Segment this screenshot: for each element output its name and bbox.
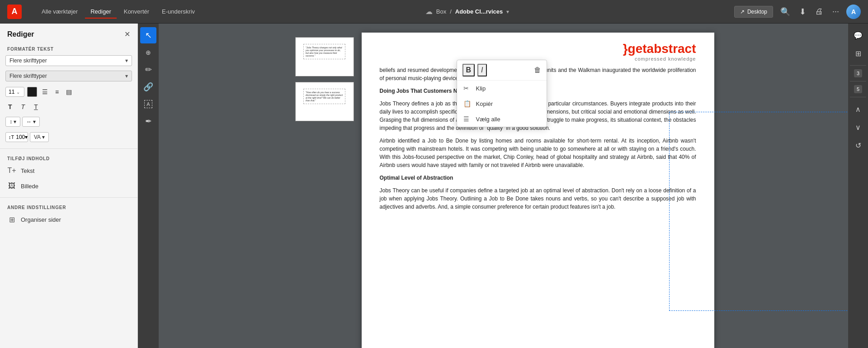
align-right-icon[interactable]: ▤ (64, 87, 74, 97)
context-menu-top: B I 🗑 (457, 60, 547, 81)
font-primary-select[interactable]: Flere skrifttyper ▾ (5, 55, 132, 66)
organize-pages-label: Organiser sider (21, 216, 61, 223)
text-box-tool-button[interactable]: A (140, 96, 156, 112)
text-add-icon: T+ (7, 167, 16, 175)
letter-spacing-select[interactable]: ↔ ▾ (22, 117, 40, 127)
text-style-row: T T T (0, 100, 137, 114)
ctx-italic-button[interactable]: I (477, 64, 486, 76)
align-left-icon[interactable]: ☰ (40, 87, 50, 97)
download-button[interactable]: ⬇ (797, 5, 808, 19)
logo-text: getabstract (628, 42, 696, 56)
kerning-icon: VA (34, 134, 41, 140)
font-size-input[interactable]: 11 ⌄ (5, 87, 24, 97)
topbar-actions: ↗ Desktop 🔍 ⬇ 🖨 ··· A (734, 5, 861, 19)
line-spacing-icon: ↕ (9, 119, 12, 125)
scroll-up-button[interactable]: ∧ (850, 101, 866, 117)
ctx-copy-item[interactable]: 📋 Kopiér (457, 96, 547, 111)
link-tool-button[interactable]: 🔗 (140, 79, 156, 95)
ctx-select-all-item[interactable]: ☰ Vælg alle (457, 111, 547, 127)
getabstract-logo: }getabstract (623, 42, 696, 56)
sidebar-close-button[interactable]: ✕ (124, 30, 130, 38)
add-image-item[interactable]: 🖼 Billede (0, 178, 137, 194)
ctx-cut-item[interactable]: ✂ Klip (457, 81, 547, 96)
nav-alle-vaerktoejer[interactable]: Alle værktøjer (36, 5, 83, 18)
add-image-label: Billede (21, 183, 38, 190)
page-thumbnail-left[interactable]: "Jobs Theory changes not only what you o… (295, 37, 354, 76)
font-secondary-chevron: ▾ (125, 73, 128, 79)
organize-pages-item[interactable]: ⊞ Organiser sider (0, 212, 137, 228)
draw-icon: ✒ (145, 116, 152, 126)
main-layout: Rediger ✕ FORMATÉR TEKST Flere skrifttyp… (0, 24, 868, 348)
logo-subtitle: compressed knowledge (623, 56, 696, 62)
page-number-5[interactable]: 5 (854, 85, 862, 93)
ctx-bold-button[interactable]: B (462, 64, 475, 76)
refresh-icon: ↺ (855, 141, 861, 150)
scroll-down-button[interactable]: ∨ (850, 119, 866, 135)
document-area[interactable]: "Jobs Theory changes not only what you o… (159, 24, 848, 348)
search-button[interactable]: 🔍 (778, 5, 792, 19)
ctx-delete-button[interactable]: 🗑 (534, 66, 541, 74)
logo-brace: } (623, 42, 628, 56)
section1-airbnb: Airbnb identified a Job to Be Done by li… (380, 137, 696, 169)
sidebar-title: Rediger (7, 30, 34, 38)
vertical-toolbar: ↖ ⊕ ✏ 🔗 A ✒ (138, 24, 159, 348)
ctx-select-all-label: Vælg alle (476, 116, 500, 123)
text-color-picker[interactable] (27, 87, 37, 97)
topbar-center: ☁ Box / Adobe Cl...rvices ▾ (211, 7, 723, 16)
document-logo-area: }getabstract compressed knowledge (380, 42, 696, 62)
select-tool-button[interactable]: ↖ (140, 27, 156, 43)
draw-tool-button[interactable]: ✒ (140, 113, 156, 129)
pencil-icon: ✏ (145, 65, 152, 75)
kerning-select[interactable]: VA ▾ (30, 132, 49, 142)
right-mini-toolbar: 💬 ⊞ 3 5 ∧ ∨ ↺ (848, 24, 868, 348)
export-icon: ↗ (740, 9, 745, 15)
topbar: A Alle værktøjer Rediger Konvertér E-und… (0, 0, 868, 24)
refresh-button[interactable]: ↺ (850, 137, 866, 153)
topbar-separator: / (450, 8, 452, 15)
app-logo[interactable]: A (7, 5, 22, 19)
cloud-icon: ☁ (425, 7, 433, 16)
quote2-thumb: "How often do you hear a success dismiss… (306, 91, 343, 102)
italic-button[interactable]: T (19, 101, 28, 112)
nav-rediger[interactable]: Rediger (85, 5, 117, 18)
grid-icon: ⊞ (855, 49, 861, 58)
chevron-down-icon: ∨ (855, 123, 861, 132)
topbar-chevron-icon[interactable]: ▾ (506, 9, 509, 15)
add-text-label: Tekst (21, 167, 34, 174)
underline-button[interactable]: T (31, 101, 41, 112)
chat-icon: 💬 (854, 31, 863, 40)
edit-tool-button[interactable]: ✏ (140, 62, 156, 78)
scale-icon: ↕T (9, 134, 14, 140)
add-text-item[interactable]: T+ Tekst (0, 163, 137, 178)
user-avatar[interactable]: A (846, 5, 861, 19)
font-secondary-select[interactable]: Flere skrifttyper ▾ (5, 71, 132, 81)
bold-button[interactable]: T (5, 101, 15, 112)
topbar-title[interactable]: Adobe Cl...rvices (455, 8, 503, 15)
sidebar-header: Rediger ✕ (0, 24, 137, 43)
more-button[interactable]: ··· (830, 5, 841, 18)
page-thumbnail-left-2[interactable]: "How often do you hear a success dismiss… (295, 82, 354, 121)
letter-spacing-icon: ↔ (26, 119, 32, 125)
topbar-path: Box (436, 8, 446, 15)
nav-konverter[interactable]: Konvertér (118, 5, 155, 18)
chevron-up-icon: ∧ (855, 105, 861, 114)
context-menu: B I 🗑 ✂ Klip 📋 Kopiér ☰ Vælg alle (457, 60, 547, 127)
desktop-button[interactable]: ↗ Desktop (734, 6, 773, 18)
scale-input[interactable]: ↕T 100 ▾ (5, 132, 28, 142)
text-box-icon: A (144, 100, 152, 108)
font-size-arrows[interactable]: ⌄ (16, 90, 20, 95)
align-center-icon[interactable]: ≡ (53, 87, 61, 97)
ctx-cut-label: Klip (476, 85, 486, 92)
letter-spacing-chevron: ▾ (33, 119, 36, 125)
avatar-initials: A (851, 8, 856, 15)
document-page: }getabstract compressed knowledge belief… (362, 33, 714, 348)
line-spacing-select[interactable]: ↕ ▾ (5, 117, 20, 127)
spacing-row: ↕ ▾ ↔ ▾ (0, 114, 137, 129)
print-button[interactable]: 🖨 (813, 5, 825, 18)
page-number-3[interactable]: 3 (854, 69, 862, 77)
font-primary-chevron: ▾ (125, 57, 128, 64)
grid-button[interactable]: ⊞ (850, 45, 866, 62)
zoom-tool-button[interactable]: ⊕ (140, 44, 156, 61)
nav-e-underskriv[interactable]: E-underskriv (156, 5, 200, 18)
chat-button[interactable]: 💬 (850, 27, 866, 43)
